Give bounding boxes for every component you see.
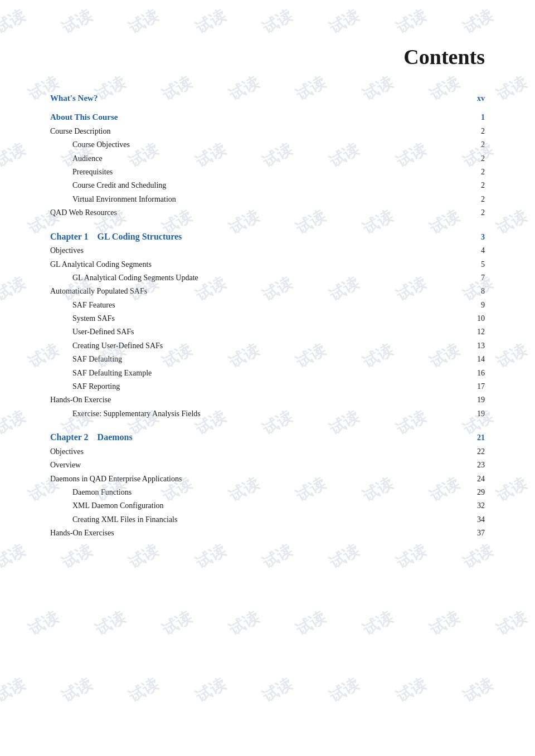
- toc-page: 1: [481, 111, 485, 124]
- chapter-word: Chapter 1: [50, 232, 89, 241]
- toc-label: Exercise: Supplementary Analysis Fields: [72, 408, 201, 420]
- toc-entry: Hands-On Exercises 37: [50, 527, 485, 539]
- toc-dots: [134, 492, 475, 493]
- toc-dots: [113, 400, 475, 401]
- toc-dots: [135, 438, 475, 438]
- toc-entry: Virtual Environment Information 2: [50, 193, 485, 206]
- toc-label: Prerequisites: [72, 166, 113, 178]
- toc-entry: Daemon Functions 29: [50, 486, 485, 499]
- toc-page: 16: [477, 367, 485, 379]
- toc-entry: Course Description 2: [50, 125, 485, 138]
- toc-dots: [118, 305, 479, 306]
- toc-dots: [165, 346, 475, 347]
- toc-label: Objectives: [50, 446, 84, 458]
- toc-page: 34: [477, 514, 485, 526]
- toc-dots: [184, 479, 475, 480]
- toc-page: 4: [481, 245, 485, 257]
- toc-dots: [168, 186, 479, 186]
- toc-entry: Objectives 4: [50, 245, 485, 257]
- toc-label: Hands-On Exercises: [50, 527, 114, 539]
- toc-label: System SAFs: [72, 313, 115, 325]
- toc-entry: SAF Reporting 17: [50, 381, 485, 393]
- toc-page: 3: [481, 231, 485, 243]
- page-content: Contents What's New? xv About This Cours…: [0, 0, 535, 574]
- chapter-title: Daemons: [98, 432, 133, 442]
- toc-dots: [184, 237, 479, 238]
- toc-dots: [203, 414, 475, 414]
- toc-label: Automatically Populated SAFs: [50, 285, 147, 297]
- chapter-word: Chapter 2: [50, 432, 89, 442]
- toc-entry: Automatically Populated SAFs 8: [50, 285, 485, 297]
- chapter-title: GL Coding Structures: [98, 232, 182, 241]
- chapter-label: Chapter 2 Daemons: [50, 430, 133, 445]
- toc-page: 29: [477, 486, 485, 499]
- toc-label: User-Defined SAFs: [72, 326, 134, 338]
- toc-dots: [132, 145, 479, 145]
- toc-dots: [115, 172, 479, 173]
- toc-dots: [100, 99, 475, 99]
- toc-entry: XML Daemon Configuration 32: [50, 500, 485, 512]
- chapter-label: Chapter 1 GL Coding Structures: [50, 230, 182, 244]
- toc-page: 5: [481, 258, 485, 271]
- toc-page: 12: [477, 326, 485, 338]
- toc-entry: QAD Web Resources 2: [50, 207, 485, 219]
- toc-dots: [124, 359, 475, 360]
- toc-page: xv: [477, 92, 485, 105]
- toc-entry: GL Analytical Coding Segments Update 7: [50, 272, 485, 284]
- toc-dots: [105, 159, 479, 159]
- toc-label: Objectives: [50, 245, 84, 257]
- toc-page: 37: [477, 527, 485, 539]
- toc-dots: [117, 319, 475, 319]
- toc-entry: SAF Defaulting 14: [50, 353, 485, 365]
- toc-dots: [120, 118, 479, 118]
- toc-dots: [119, 213, 479, 213]
- toc-page: 19: [477, 408, 485, 420]
- toc-label: GL Analytical Coding Segments: [50, 258, 152, 271]
- toc-label: Course Credit and Scheduling: [72, 179, 166, 192]
- toc-label: About This Course: [50, 110, 118, 124]
- toc-label: What's New?: [50, 91, 98, 105]
- toc-page: 17: [477, 381, 485, 393]
- page-title: Contents: [50, 45, 485, 69]
- toc-entry: Overview 23: [50, 459, 485, 471]
- toc-dots: [116, 533, 475, 534]
- toc-dots: [154, 373, 475, 374]
- toc-page: 21: [477, 432, 485, 444]
- toc-entry: What's New? xv: [50, 91, 485, 105]
- toc-dots: [201, 278, 479, 279]
- toc-label: Daemon Functions: [72, 486, 132, 499]
- toc-label: Hands-On Exercise: [50, 394, 111, 406]
- toc-entry: Chapter 2 Daemons 21: [50, 430, 485, 445]
- toc-entry: Exercise: Supplementary Analysis Fields …: [50, 408, 485, 420]
- toc-dots: [86, 251, 479, 251]
- toc-page: 9: [481, 299, 485, 311]
- toc-dots: [122, 387, 475, 387]
- toc-label: Daemons in QAD Enterprise Applications: [50, 473, 182, 485]
- toc-entry: Objectives 22: [50, 446, 485, 458]
- toc-page: 23: [477, 459, 485, 471]
- toc-dots: [83, 465, 475, 466]
- toc-page: 2: [481, 166, 485, 178]
- toc-entry: Chapter 1 GL Coding Structures 3: [50, 230, 485, 244]
- toc-dots: [166, 506, 475, 506]
- toc-entry: User-Defined SAFs 12: [50, 326, 485, 338]
- toc-page: 13: [477, 340, 485, 352]
- toc-entry: SAF Features 9: [50, 299, 485, 311]
- toc-dots: [113, 131, 479, 132]
- toc-page: 19: [477, 394, 485, 406]
- toc-page: 7: [481, 272, 485, 284]
- toc-entry: Daemons in QAD Enterprise Applications 2…: [50, 473, 485, 485]
- toc-label: Virtual Environment Information: [72, 193, 176, 206]
- toc-label: QAD Web Resources: [50, 207, 117, 219]
- toc-dots: [137, 332, 475, 333]
- toc-entry: System SAFs 10: [50, 313, 485, 325]
- toc-entry: SAF Defaulting Example 16: [50, 367, 485, 379]
- toc-entry: Creating User-Defined SAFs 13: [50, 340, 485, 352]
- toc-page: 2: [481, 207, 485, 219]
- toc-dots: [154, 265, 479, 265]
- toc-label: XML Daemon Configuration: [72, 500, 164, 512]
- toc-page: 24: [477, 473, 485, 485]
- toc-entry: Course Credit and Scheduling 2: [50, 179, 485, 192]
- toc-label: GL Analytical Coding Segments Update: [72, 272, 198, 284]
- toc-label: SAF Defaulting Example: [72, 367, 152, 379]
